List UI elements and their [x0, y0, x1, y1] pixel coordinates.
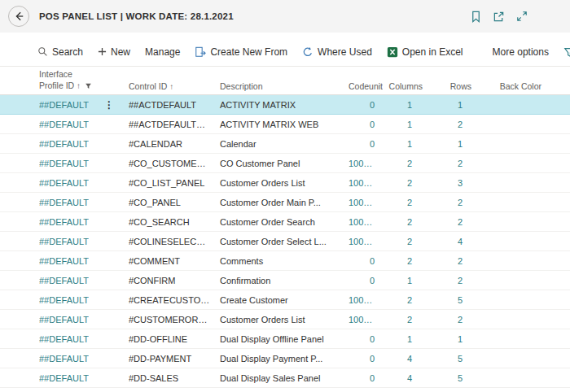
cell-codeunit[interactable]: 0	[344, 120, 383, 129]
cell-codeunit[interactable]: 10000710	[344, 295, 383, 305]
cell-codeunit[interactable]: 0	[344, 334, 383, 344]
profile-id-link[interactable]: ##DEFAULT	[39, 178, 89, 188]
profile-id-link[interactable]: ##DEFAULT	[39, 276, 89, 285]
more-options-label: More options	[493, 46, 549, 58]
table-row[interactable]: ##DEFAULT ⋮ #COLINESELECTION Customer Or…	[0, 232, 570, 251]
cell-control-id[interactable]: #CO_PANEL	[124, 198, 215, 207]
filter-funnel-icon[interactable]	[563, 46, 570, 58]
cell-control-id[interactable]: ##ACTDEFAULTWEB	[124, 120, 215, 129]
cell-codeunit[interactable]: 10016658	[344, 198, 383, 207]
column-header-interface-profile-id[interactable]: Interface Profile ID ↑	[0, 69, 124, 91]
cell-control-id[interactable]: #DD-SALES	[124, 373, 215, 383]
cell-codeunit[interactable]: 10016651	[344, 315, 383, 324]
column-header-back-color[interactable]: Back Color	[474, 81, 544, 91]
table-row[interactable]: ##DEFAULT ⋮ #CO_CUSTOMER_PANEL CO Custom…	[0, 154, 570, 173]
cell-control-id[interactable]: #CALENDAR	[124, 139, 215, 149]
row-more-options-icon[interactable]: ⋮	[101, 99, 119, 111]
create-new-from-icon	[195, 46, 206, 58]
profile-id-link[interactable]: ##DEFAULT	[39, 354, 89, 364]
cell-control-id[interactable]: #CONFIRM	[124, 276, 215, 285]
table-row[interactable]: ##DEFAULT ⋮ #DD-PAYMENT Dual Display Pay…	[0, 349, 570, 368]
cell-columns: 2	[383, 159, 425, 168]
column-header-control-id[interactable]: Control ID ↑	[124, 81, 215, 91]
profile-id-link[interactable]: ##DEFAULT	[39, 237, 89, 246]
table-row[interactable]: ##DEFAULT ⋮ #CO_LIST_PANEL Customer Orde…	[0, 173, 570, 193]
cell-codeunit[interactable]: 0	[344, 139, 383, 149]
column-header-rows[interactable]: Rows	[425, 81, 474, 91]
profile-id-link[interactable]: ##DEFAULT	[39, 295, 89, 305]
table-row[interactable]: ##DEFAULT ⋮ ##ACTDEFAULT ACTIVITY MATRIX…	[0, 95, 570, 115]
table-row[interactable]: ##DEFAULT ⋮ #DD-OFFLINE Dual Display Off…	[0, 329, 570, 349]
cell-codeunit[interactable]: 0	[344, 256, 383, 266]
cell-codeunit[interactable]: 0	[344, 354, 383, 364]
cell-description: Dual Display Offline Panel	[215, 334, 344, 344]
cell-control-id[interactable]: #DD-PAYMENT	[124, 354, 215, 364]
profile-id-link[interactable]: ##DEFAULT	[39, 120, 89, 129]
profile-id-link[interactable]: ##DEFAULT	[39, 373, 89, 383]
table-row[interactable]: ##DEFAULT ⋮ #CUSTOMERORDERLIST Customer …	[0, 310, 570, 329]
cell-codeunit[interactable]: 0	[344, 100, 383, 110]
cell-interface-profile-id[interactable]: ##DEFAULT ⋮	[0, 373, 124, 383]
manage-button[interactable]: Manage	[145, 46, 180, 58]
profile-id-link[interactable]: ##DEFAULT	[39, 159, 89, 168]
cell-control-id[interactable]: #CREATECUSTOMER	[124, 295, 215, 305]
cell-interface-profile-id[interactable]: ##DEFAULT ⋮	[0, 139, 124, 149]
table-row[interactable]: ##DEFAULT ⋮ #CALENDAR Calendar 0 1 1	[0, 134, 570, 154]
cell-interface-profile-id[interactable]: ##DEFAULT ⋮	[0, 99, 124, 111]
table-row[interactable]: ##DEFAULT ⋮ #CO_SEARCH Customer Order Se…	[0, 212, 570, 232]
profile-id-link[interactable]: ##DEFAULT	[39, 100, 89, 110]
cell-control-id[interactable]: #CO_SEARCH	[124, 217, 215, 227]
create-new-from-button[interactable]: Create New From	[195, 46, 287, 58]
table-row[interactable]: ##DEFAULT ⋮ ##ACTDEFAULTWEB ACTIVITY MAT…	[0, 115, 570, 134]
cell-control-id[interactable]: #DD-OFFLINE	[124, 334, 215, 344]
cell-interface-profile-id[interactable]: ##DEFAULT ⋮	[0, 159, 124, 168]
cell-control-id[interactable]: #CO_LIST_PANEL	[124, 178, 215, 188]
cell-interface-profile-id[interactable]: ##DEFAULT ⋮	[0, 217, 124, 227]
cell-interface-profile-id[interactable]: ##DEFAULT ⋮	[0, 120, 124, 129]
profile-id-link[interactable]: ##DEFAULT	[39, 217, 89, 227]
profile-id-link[interactable]: ##DEFAULT	[39, 198, 89, 207]
profile-id-link[interactable]: ##DEFAULT	[39, 139, 89, 149]
cell-interface-profile-id[interactable]: ##DEFAULT ⋮	[0, 198, 124, 207]
expand-fullscreen-icon[interactable]	[516, 11, 528, 22]
cell-control-id[interactable]: #CUSTOMERORDERLIST	[124, 315, 215, 324]
table-row[interactable]: ##DEFAULT ⋮ #COMMENT Comments 0 2 2	[0, 251, 570, 271]
profile-id-link[interactable]: ##DEFAULT	[39, 334, 89, 344]
open-in-new-window-icon[interactable]	[493, 11, 505, 23]
cell-control-id[interactable]: #COLINESELECTION	[124, 237, 215, 246]
bookmark-icon[interactable]	[471, 11, 481, 23]
cell-codeunit[interactable]: 10016662	[344, 217, 383, 227]
cell-interface-profile-id[interactable]: ##DEFAULT ⋮	[0, 178, 124, 188]
column-header-codeunit[interactable]: Codeunit	[344, 81, 383, 91]
cell-control-id[interactable]: #COMMENT	[124, 256, 215, 266]
more-options-button[interactable]: More options	[493, 46, 549, 58]
open-in-excel-button[interactable]: Open in Excel	[387, 46, 463, 58]
cell-codeunit[interactable]: 10016659	[344, 159, 383, 168]
profile-id-link[interactable]: ##DEFAULT	[39, 315, 89, 324]
profile-id-link[interactable]: ##DEFAULT	[39, 256, 89, 266]
table-row[interactable]: ##DEFAULT ⋮ #CONFIRM Confirmation 0 1 2	[0, 271, 570, 290]
table-row[interactable]: ##DEFAULT ⋮ #CREATECUSTOMER Create Custo…	[0, 290, 570, 310]
cell-interface-profile-id[interactable]: ##DEFAULT ⋮	[0, 295, 124, 305]
cell-interface-profile-id[interactable]: ##DEFAULT ⋮	[0, 315, 124, 324]
cell-codeunit[interactable]: 10016662	[344, 237, 383, 246]
cell-interface-profile-id[interactable]: ##DEFAULT ⋮	[0, 276, 124, 285]
cell-interface-profile-id[interactable]: ##DEFAULT ⋮	[0, 354, 124, 364]
column-header-description[interactable]: Description	[215, 81, 344, 91]
table-row[interactable]: ##DEFAULT ⋮ #CO_PANEL Customer Order Mai…	[0, 193, 570, 212]
search-button[interactable]: Search	[37, 46, 83, 58]
new-button[interactable]: New	[98, 46, 130, 58]
cell-interface-profile-id[interactable]: ##DEFAULT ⋮	[0, 256, 124, 266]
cell-codeunit[interactable]: 0	[344, 276, 383, 285]
cell-codeunit[interactable]: 0	[344, 373, 383, 383]
where-used-button[interactable]: Where Used	[302, 46, 372, 58]
column-header-columns[interactable]: Columns	[383, 81, 425, 91]
table-row[interactable]: ##DEFAULT ⋮ #DD-SALES Dual Display Sales…	[0, 368, 570, 388]
cell-interface-profile-id[interactable]: ##DEFAULT ⋮	[0, 237, 124, 246]
cell-interface-profile-id[interactable]: ##DEFAULT ⋮	[0, 334, 124, 344]
cell-control-id[interactable]: #CO_CUSTOMER_PANEL	[124, 159, 215, 168]
cell-control-id[interactable]: ##ACTDEFAULT	[124, 100, 215, 110]
back-button[interactable]	[8, 6, 29, 27]
manage-label: Manage	[145, 46, 180, 58]
cell-codeunit[interactable]: 10016651	[344, 178, 383, 188]
